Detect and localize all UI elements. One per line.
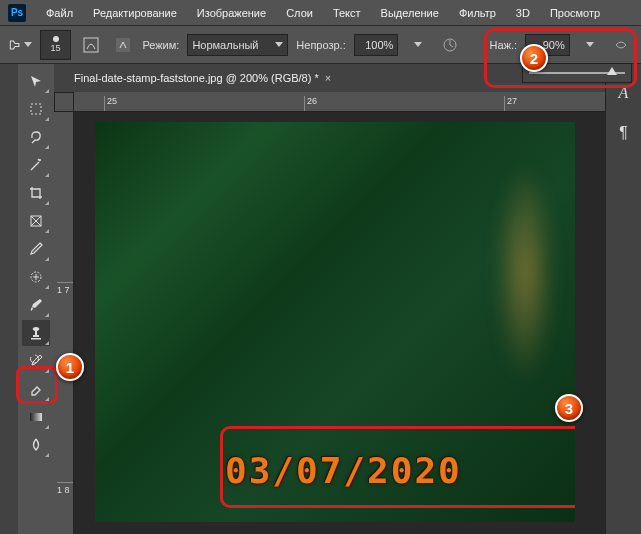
ruler-corner — [54, 92, 74, 112]
paragraph-panel-icon[interactable]: ¶ — [611, 120, 637, 146]
mode-label: Режим: — [142, 39, 179, 51]
ruler-mark: 27 — [504, 96, 517, 112]
flow-dropdown-icon[interactable] — [578, 32, 602, 58]
ruler-vertical[interactable]: 1 71 8 — [54, 112, 74, 534]
character-panel-icon[interactable]: A — [611, 80, 637, 106]
eyedropper-tool-icon[interactable] — [22, 236, 50, 262]
crop-tool-icon[interactable] — [22, 180, 50, 206]
airbrush-icon[interactable] — [609, 32, 633, 58]
app-logo: Ps — [8, 4, 26, 22]
ruler-horizontal[interactable]: 252627 — [74, 92, 605, 112]
document-area: Final-date-stamp-faststone.jpg @ 200% (R… — [54, 64, 605, 534]
menu-edit[interactable]: Редактирование — [85, 4, 185, 22]
date-stamp-text: 03/07/2020 — [225, 450, 462, 491]
ruler-mark: 25 — [104, 96, 117, 112]
ruler-mark: 1 7 — [57, 282, 74, 295]
mode-dropdown[interactable]: Нормальный — [187, 34, 288, 56]
svg-rect-7 — [31, 338, 41, 340]
opacity-dropdown-icon[interactable] — [406, 32, 430, 58]
blur-tool-icon[interactable] — [22, 432, 50, 458]
eraser-tool-icon[interactable] — [22, 376, 50, 402]
document-tab[interactable]: Final-date-stamp-faststone.jpg @ 200% (R… — [64, 67, 341, 89]
menu-file[interactable]: Файл — [38, 4, 81, 22]
opacity-label: Непрозр.: — [296, 39, 345, 51]
svg-rect-1 — [116, 38, 130, 52]
artboard-tool-icon[interactable] — [22, 96, 50, 122]
brush-panel-icon[interactable] — [79, 32, 103, 58]
menu-3d[interactable]: 3D — [508, 4, 538, 22]
left-gutter — [0, 64, 18, 534]
panel-column: A ¶ — [605, 64, 641, 534]
clone-source-panel-icon[interactable] — [111, 32, 135, 58]
gradient-tool-icon[interactable] — [22, 404, 50, 430]
current-tool-icon[interactable] — [8, 33, 32, 57]
flow-slider-popup[interactable] — [522, 63, 632, 83]
menubar: Ps Файл Редактирование Изображение Слои … — [0, 0, 641, 26]
options-bar: 15 Режим: Нормальный Непрозр.: 100% Наж.… — [0, 26, 641, 64]
close-icon[interactable]: × — [325, 72, 331, 84]
svg-point-4 — [39, 159, 41, 161]
menu-view[interactable]: Просмотр — [542, 4, 608, 22]
flow-field[interactable]: 90% — [525, 34, 570, 56]
ruler-mark: 1 8 — [57, 482, 74, 495]
lasso-tool-icon[interactable] — [22, 124, 50, 150]
flow-label: Наж.: — [490, 39, 518, 51]
move-tool-icon[interactable] — [22, 68, 50, 94]
menu-text[interactable]: Текст — [325, 4, 369, 22]
canvas[interactable]: 03/07/2020 — [95, 122, 575, 522]
pressure-opacity-icon[interactable] — [438, 32, 462, 58]
ruler-mark: 26 — [304, 96, 317, 112]
brush-preset-picker[interactable]: 15 — [40, 30, 71, 60]
menu-image[interactable]: Изображение — [189, 4, 274, 22]
clone-stamp-tool-icon[interactable] — [22, 320, 50, 346]
canvas-stage[interactable]: 03/07/2020 — [74, 112, 605, 534]
svg-rect-0 — [84, 38, 98, 52]
spot-heal-tool-icon[interactable] — [22, 264, 50, 290]
opacity-field[interactable]: 100% — [354, 34, 399, 56]
menu-layers[interactable]: Слои — [278, 4, 321, 22]
history-brush-tool-icon[interactable] — [22, 348, 50, 374]
svg-rect-3 — [31, 104, 41, 114]
menu-filter[interactable]: Фильтр — [451, 4, 504, 22]
toolbox — [18, 64, 54, 534]
frame-tool-icon[interactable] — [22, 208, 50, 234]
brush-tool-icon[interactable] — [22, 292, 50, 318]
magic-wand-tool-icon[interactable] — [22, 152, 50, 178]
svg-rect-8 — [30, 413, 42, 421]
menu-select[interactable]: Выделение — [373, 4, 447, 22]
